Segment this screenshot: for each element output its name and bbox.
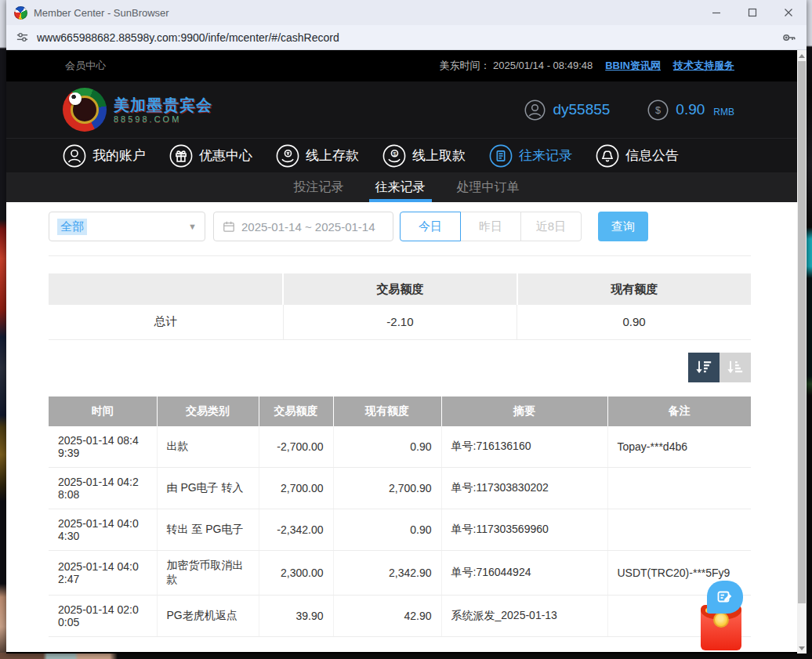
tab-cash-records[interactable]: 往来记录 (374, 172, 427, 202)
records-row: 2025-01-14 04:04:30转出 至 PG电子-2,342.000.9… (49, 509, 751, 550)
svg-text:$: $ (655, 105, 661, 116)
deposit-icon (276, 144, 299, 168)
records-header-cell: 交易额度 (259, 396, 333, 426)
customer-service-button[interactable] (707, 581, 743, 614)
logo-swirl-icon (63, 88, 107, 132)
cell-time: 2025-01-14 04:02:47 (49, 550, 157, 595)
scroll-up-arrow[interactable] (797, 50, 807, 61)
minimize-icon (712, 8, 721, 17)
tab-label: 往来记录 (375, 179, 426, 196)
records-row: 2025-01-14 02:00:05PG老虎机返点39.9042.90系统派发… (49, 595, 751, 636)
cell-amount: -2,342.00 (259, 509, 333, 550)
nav-label: 线上取款 (412, 147, 466, 165)
link-tech-support[interactable]: 技术支持服务 (673, 59, 734, 73)
tab-pending-orders[interactable]: 处理中订单 (455, 172, 521, 202)
sort-ascending-icon (727, 359, 744, 376)
user-avatar-icon (524, 100, 546, 121)
summary-row-label: 总计 (49, 305, 283, 339)
password-key-icon[interactable] (781, 30, 797, 45)
cell-balance: 2,700.90 (333, 467, 441, 509)
sort-controls (49, 353, 751, 382)
cell-note: Topay-***d4b6 (607, 426, 751, 468)
nav-item-promotions[interactable]: 优惠中心 (169, 144, 252, 168)
background-window-right-sliver (807, 0, 812, 659)
site-settings-icon[interactable] (16, 31, 29, 44)
close-button[interactable] (770, 0, 807, 25)
nav-item-my-account[interactable]: 我的账户 (63, 144, 146, 168)
sort-descending-button[interactable] (688, 353, 720, 382)
balance-display: $ 0.90 RMB (647, 100, 734, 121)
tab-label: 处理中订单 (457, 179, 520, 196)
cell-time: 2025-01-14 08:49:39 (49, 426, 157, 468)
nav-label: 线上存款 (306, 147, 359, 165)
cell-summary: 单号:716136160 (441, 426, 607, 468)
nav-label: 我的账户 (92, 147, 146, 165)
summary-balance-total: 0.90 (517, 305, 751, 339)
balance-amount: 0.90 (676, 101, 705, 118)
records-panel: 全部 ▼ 2025-01-14 ~ 2025-01-14 今日 昨日 近 (6, 202, 807, 652)
cell-summary: 单号:117303569960 (441, 509, 607, 550)
cell-balance: 42.90 (333, 595, 441, 636)
summary-transaction-total: -2.10 (283, 305, 517, 339)
logo-domain: 88598.COM (114, 114, 212, 124)
nav-item-transaction-records[interactable]: 往来记录 (489, 144, 572, 168)
divider (49, 255, 751, 256)
cell-amount: -2,700.00 (259, 426, 333, 468)
date-range-input[interactable]: 2025-01-14 ~ 2025-01-14 (213, 212, 393, 241)
site-logo[interactable]: 美加墨贵宾会 88598.COM (63, 88, 212, 132)
summary-table: 交易额度 现有额度 总计 -2.10 0.90 (49, 273, 751, 340)
summary-header-balance: 现有额度 (517, 273, 751, 305)
quick-button-yesterday[interactable]: 昨日 (460, 212, 521, 241)
date-range-value: 2025-01-14 ~ 2025-01-14 (241, 220, 375, 234)
sort-ascending-button[interactable] (720, 353, 751, 382)
sunbrowser-favicon-icon (14, 6, 27, 20)
quick-date-group: 今日 昨日 近8日 (400, 212, 582, 241)
minimize-button[interactable] (698, 0, 734, 25)
user-icon (63, 144, 86, 168)
cell-note (607, 509, 751, 550)
eastern-time-label: 美东时间： 2025/01/14 - 08:49:48 (439, 59, 593, 73)
quick-button-last8days[interactable]: 近8日 (520, 212, 582, 241)
calendar-icon (223, 220, 235, 233)
type-select-value: 全部 (57, 219, 87, 235)
maximize-icon (748, 8, 757, 17)
cell-time: 2025-01-14 02:00:05 (49, 595, 157, 636)
summary-row: 总计 -2.10 0.90 (49, 305, 751, 339)
records-header-cell: 时间 (49, 396, 157, 426)
cell-amount: 2,300.00 (259, 550, 333, 595)
nav-item-online-withdraw[interactable]: $ 线上取款 (382, 144, 466, 168)
quick-button-today[interactable]: 今日 (400, 212, 461, 241)
nav-item-online-deposit[interactable]: 线上存款 (276, 144, 359, 168)
user-menu[interactable]: dy55855 (524, 100, 610, 121)
query-button[interactable]: 查询 (598, 212, 648, 241)
account-area: dy55855 $ 0.90 RMB (524, 100, 734, 121)
summary-corner-cell (49, 273, 283, 305)
link-bbin-news[interactable]: BBIN资讯网 (605, 59, 661, 73)
main-nav: 我的账户 优惠中心 (6, 138, 807, 172)
records-header-row: 时间交易类别交易额度现有额度摘要备注 (49, 396, 751, 426)
background-window-left-sliver (0, 0, 6, 659)
browser-window: Member Center - SunBrowser www665988682.… (6, 0, 807, 654)
records-row: 2025-01-14 08:49:39出款-2,700.000.90单号:716… (49, 426, 751, 468)
url-input[interactable]: www665988682.88598y.com:9900/infe/mcente… (37, 31, 774, 44)
scrollbar-thumb[interactable] (798, 61, 806, 603)
svg-text:$: $ (393, 150, 397, 157)
cell-amount: 2,700.00 (259, 467, 333, 509)
cell-note (607, 467, 751, 509)
background-window-bottom-sliver (0, 653, 812, 659)
maximize-button[interactable] (734, 0, 770, 25)
gold-coin-icon (713, 612, 729, 628)
nav-item-announcements[interactable]: 信息公告 (596, 144, 679, 168)
nav-label: 往来记录 (519, 147, 572, 165)
cell-balance: 0.90 (333, 509, 441, 550)
chevron-down-icon: ▼ (188, 222, 197, 231)
cell-time: 2025-01-14 04:04:30 (49, 509, 157, 550)
window-title: Member Center - SunBrowser (34, 7, 169, 19)
gift-icon (169, 144, 193, 168)
type-select[interactable]: 全部 ▼ (49, 212, 205, 241)
logo-title: 美加墨贵宾会 (114, 96, 212, 114)
tab-bet-records[interactable]: 投注记录 (292, 172, 346, 202)
records-header-cell: 现有额度 (333, 396, 441, 426)
sort-descending-icon (695, 359, 712, 376)
scroll-down-arrow[interactable] (797, 643, 807, 654)
